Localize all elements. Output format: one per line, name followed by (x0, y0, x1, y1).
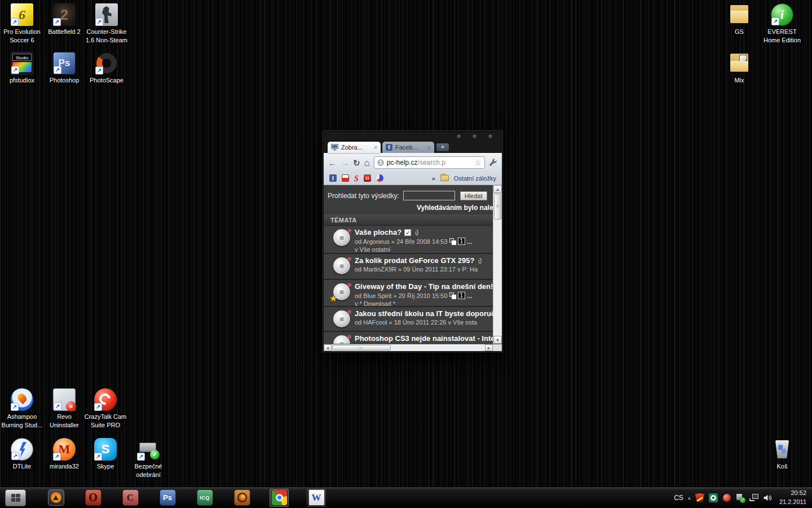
tab-label: Zobra... (341, 144, 372, 151)
taskbar-item-firefox[interactable] (232, 489, 251, 507)
comodo-tray-icon[interactable] (695, 493, 704, 502)
close-tab-icon[interactable]: × (374, 144, 377, 151)
taskbar-item-comodo-dragon[interactable]: C (121, 489, 140, 507)
desktop-icon-crazytalk[interactable]: ↗ CrazyTalk Cam Suite PRO (83, 388, 127, 430)
desktop-icon-safe-remove[interactable]: ✓↗ Bezpečné odebrání (126, 438, 170, 479)
photoshop-icon: Ps↗ (53, 52, 76, 75)
scroll-track[interactable] (391, 344, 485, 351)
pages-icon[interactable] (449, 292, 456, 299)
shortcut-arrow-icon: ↗ (11, 452, 19, 460)
desktop-icon-miranda[interactable]: M↗ miranda32 (42, 438, 86, 471)
address-bar[interactable]: pc-help.cz/search.p ☆ (374, 156, 485, 169)
desktop-icon-skype[interactable]: S↗ Skype (83, 438, 127, 471)
page-number-badge[interactable]: 1 (458, 292, 466, 299)
desktop-icon-photoshop[interactable]: Ps↗ Photoshop (42, 52, 86, 85)
bookmarks-bar: f S 11 » Ostatní záložky (324, 172, 502, 185)
home-button[interactable]: ⌂ (364, 158, 370, 168)
taskbar-item-photoshop[interactable]: Ps (158, 489, 177, 507)
icon-label: Revo Uninstaller (42, 413, 86, 430)
more-pages[interactable]: ... (467, 292, 472, 299)
netlimiter-tray-icon[interactable] (722, 493, 731, 502)
search-button[interactable]: Hledat (460, 191, 487, 200)
antivirus-eye-tray-icon[interactable] (709, 493, 718, 502)
topic-title-link[interactable]: Giveway of the Day - Tip na dnešní den! (355, 282, 493, 291)
revo-x-glyph: × (66, 401, 76, 411)
other-bookmarks-folder-icon[interactable] (440, 175, 449, 181)
minimize-button[interactable] (456, 134, 462, 139)
shortcut-arrow-icon: ↗ (95, 67, 103, 75)
revo-icon: ×↗ (53, 388, 76, 411)
desktop-icon-counterstrike[interactable]: ↗ Counter-Strike 1.6 Non-Steam (85, 3, 129, 45)
desktop-icon-mix-folder[interactable]: Mix (717, 52, 761, 85)
vertical-scrollbar[interactable]: ▲ ▼ (493, 185, 502, 344)
desktop-icon-photoscape[interactable]: ↗ PhotoScape (85, 52, 129, 85)
topic-title-link[interactable]: Jakou střední školu na IT byste doporuči (355, 309, 493, 318)
window-titlebar[interactable] (324, 132, 502, 141)
topic-title-link[interactable]: Za kolik prodat GeForce GTX 295? (355, 256, 474, 265)
forward-button[interactable]: → (341, 159, 349, 167)
reload-button[interactable]: ↻ (353, 159, 360, 167)
desktop-icon-recycle-bin[interactable]: Koš (760, 438, 804, 471)
taskbar-clock[interactable]: 20:52 21.2.2011 (779, 489, 806, 506)
desktop-icon-revo[interactable]: ×↗ Revo Uninstaller (42, 388, 86, 430)
icon-label: EVEREST Home Edition (760, 28, 804, 45)
show-hidden-icons-button[interactable]: ▴ (688, 494, 691, 501)
back-button[interactable]: ← (328, 159, 337, 167)
close-button[interactable] (488, 134, 493, 139)
desktop-icon-dtlite[interactable]: ↗ DTLite (0, 438, 44, 471)
folder-icon (728, 3, 751, 26)
taskbar-item-aimp[interactable] (46, 489, 65, 507)
network-tray-icon[interactable] (749, 493, 758, 502)
other-bookmarks-label[interactable]: Ostatní záložky (454, 175, 496, 182)
bookmark-facebook-icon[interactable]: f (329, 174, 337, 182)
topic-forum-link[interactable]: v Vše ostatní (355, 246, 391, 253)
page-content: Prohledat tyto výsledky: Hledat Vyhledáv… (324, 185, 502, 344)
horizontal-scrollbar[interactable]: ◄ ► (324, 344, 502, 351)
desktop-icon-battlefield2[interactable]: 2↗ Battlefield 2 (42, 3, 86, 36)
topic-forum-link[interactable]: v * Download * (355, 300, 395, 306)
topic-title-link[interactable]: Vaše plocha? (355, 228, 401, 237)
taskbar-item-chrome[interactable] (270, 489, 289, 507)
volume-tray-icon[interactable] (763, 493, 773, 502)
bookmark-sparkle-icon[interactable] (376, 174, 383, 182)
red-star-icon: ★ (347, 227, 352, 234)
facebook-favicon: f (386, 144, 392, 151)
safely-remove-tray-icon[interactable]: ✓ (736, 493, 745, 502)
start-button[interactable] (5, 489, 26, 506)
recycle-bin-icon (771, 438, 793, 461)
bookmark-youtube-icon[interactable] (342, 174, 349, 182)
scroll-left-arrow[interactable]: ◄ (324, 344, 332, 351)
topic-title-link[interactable]: Photoshop CS3 nejde nainstalovat - Inter (355, 334, 493, 343)
bookmark-s-icon[interactable]: S (354, 174, 359, 182)
bookmark-shield-icon[interactable]: 11 (364, 174, 371, 182)
red-star-icon: ★ (347, 282, 352, 288)
desktop-icon-everest[interactable]: i↗ EVEREST Home Edition (760, 3, 804, 45)
desktop-icon-pes6[interactable]: 6↗ Pro Evolution Soccer 6 (0, 3, 44, 45)
horizontal-scroll-thumb[interactable] (332, 345, 391, 351)
maximize-button[interactable] (472, 134, 478, 139)
search-input[interactable] (403, 191, 455, 200)
taskbar-item-word[interactable]: W (307, 489, 326, 507)
scroll-up-arrow[interactable]: ▲ (493, 185, 502, 193)
more-pages[interactable]: ... (467, 238, 472, 245)
pages-icon[interactable] (449, 238, 456, 245)
crazytalk-icon: ↗ (94, 388, 117, 411)
tab-facebook[interactable]: f Faceb... × (382, 142, 434, 153)
scroll-right-arrow[interactable]: ► (485, 344, 493, 351)
wrench-menu-icon[interactable] (489, 159, 497, 167)
taskbar-item-opera[interactable]: O (83, 489, 103, 507)
system-tray: CS ▴ ✓ 20:52 21.2.2011 (674, 489, 812, 506)
tab-zobrazit[interactable]: Zobra... × (328, 142, 381, 153)
page-number-badge[interactable]: 1 (458, 238, 466, 245)
desktop-icon-gs-folder[interactable]: GS (717, 3, 761, 36)
vertical-scroll-thumb[interactable] (494, 194, 501, 220)
language-indicator[interactable]: CS (674, 494, 683, 502)
desktop-icon-pfstudiox[interactable]: Studio↗ pfstudiox (0, 52, 44, 85)
bookmark-star-icon[interactable]: ☆ (474, 158, 482, 167)
taskbar-item-icq[interactable]: ICQ (195, 489, 214, 507)
bookmarks-overflow-icon[interactable]: » (432, 175, 435, 182)
scroll-down-arrow[interactable]: ▼ (493, 336, 502, 344)
close-tab-icon[interactable]: × (427, 144, 431, 151)
new-tab-button[interactable]: + (436, 143, 449, 151)
desktop-icon-ashampoo[interactable]: ↗ Ashampoo Burning Stud... (0, 388, 44, 430)
